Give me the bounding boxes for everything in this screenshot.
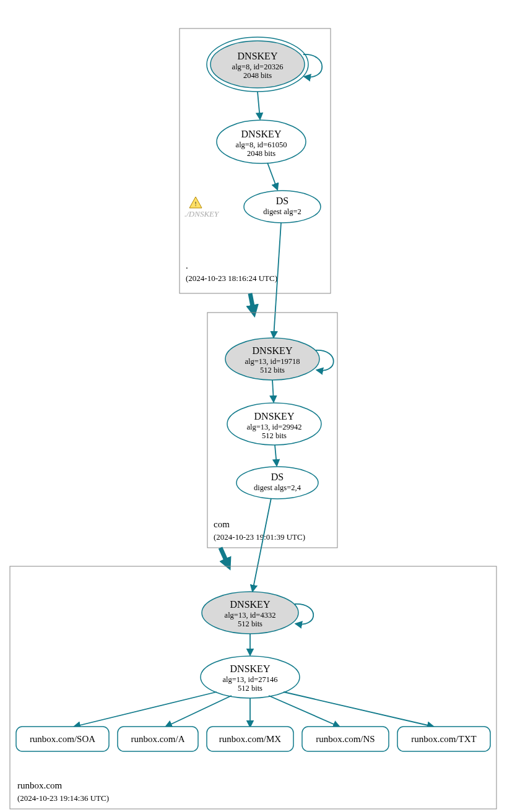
svg-text:512 bits: 512 bits <box>238 684 262 693</box>
svg-text:alg=13, id=19718: alg=13, id=19718 <box>245 357 300 366</box>
svg-text:alg=8, id=20326: alg=8, id=20326 <box>232 63 284 71</box>
node-root-dnskey-warn: ! ./DNSKEY <box>184 197 220 218</box>
svg-text:alg=13, id=29942: alg=13, id=29942 <box>246 423 301 431</box>
node-runbox-ksk: DNSKEY alg=13, id=4332 512 bits <box>202 592 298 634</box>
zone-root-timestamp: (2024-10-23 18:16:24 UTC) <box>186 274 277 283</box>
edge-com-ksk-zsk <box>272 380 274 402</box>
zone-com-timestamp: (2024-10-23 19:01:39 UTC) <box>214 532 305 542</box>
rrset-txt: runbox.com/TXT <box>397 727 490 751</box>
svg-text:runbox.com/TXT: runbox.com/TXT <box>411 734 476 744</box>
rrset-soa: runbox.com/SOA <box>16 727 109 751</box>
zone-root-name: . <box>186 261 188 270</box>
svg-text:DS: DS <box>271 472 284 482</box>
svg-text:2048 bits: 2048 bits <box>243 71 272 80</box>
svg-text:digest alg=2: digest alg=2 <box>263 207 301 216</box>
svg-text:512 bits: 512 bits <box>238 620 262 628</box>
svg-text:runbox.com/MX: runbox.com/MX <box>219 734 282 744</box>
edge-com-to-runbox-zone <box>220 548 228 566</box>
svg-text:alg=13, id=27146: alg=13, id=27146 <box>222 675 277 684</box>
svg-text:DNSKEY: DNSKEY <box>230 599 271 610</box>
edge-zsk-soa <box>74 692 217 727</box>
svg-text:./DNSKEY: ./DNSKEY <box>184 209 220 218</box>
edge-com-zsk-ds <box>275 445 277 465</box>
svg-text:DNSKEY: DNSKEY <box>254 411 295 421</box>
svg-text:DNSKEY: DNSKEY <box>253 345 293 356</box>
svg-text:512 bits: 512 bits <box>260 366 285 374</box>
svg-text:runbox.com/SOA: runbox.com/SOA <box>30 734 95 744</box>
svg-text:!: ! <box>194 200 197 207</box>
edge-root-ksk-zsk <box>258 92 260 119</box>
edge-zsk-a <box>166 696 232 727</box>
rrset-a: runbox.com/A <box>118 727 198 751</box>
rrset-mx: runbox.com/MX <box>207 727 293 751</box>
edge-com-ds-to-runbox-ksk <box>253 498 271 591</box>
node-root-ksk: DNSKEY alg=8, id=20326 2048 bits <box>207 37 308 92</box>
dnssec-diagram: . (2024-10-23 18:16:24 UTC) DNSKEY alg=8… <box>0 0 507 812</box>
svg-text:DNSKEY: DNSKEY <box>241 129 282 139</box>
svg-text:DS: DS <box>276 196 288 206</box>
svg-text:runbox.com/A: runbox.com/A <box>131 734 184 744</box>
edge-root-zsk-ds <box>267 163 277 189</box>
rrset-ns: runbox.com/NS <box>302 727 389 751</box>
svg-text:alg=13, id=4332: alg=13, id=4332 <box>225 611 276 620</box>
zone-com-name: com <box>214 519 230 529</box>
svg-text:runbox.com/NS: runbox.com/NS <box>316 734 375 744</box>
zone-runbox-timestamp: (2024-10-23 19:14:36 UTC) <box>17 793 109 803</box>
edge-root-to-com-zone <box>250 293 254 313</box>
node-root-zsk: DNSKEY alg=8, id=61050 2048 bits <box>217 120 306 163</box>
edge-zsk-ns <box>269 696 339 727</box>
node-com-zsk: DNSKEY alg=13, id=29942 512 bits <box>227 403 321 445</box>
svg-text:DNSKEY: DNSKEY <box>230 663 271 674</box>
svg-text:alg=8, id=61050: alg=8, id=61050 <box>236 140 287 149</box>
svg-text:digest algs=2,4: digest algs=2,4 <box>254 483 301 492</box>
svg-text:512 bits: 512 bits <box>262 431 287 440</box>
svg-text:2048 bits: 2048 bits <box>247 149 275 158</box>
node-root-ds: DS digest alg=2 <box>244 191 321 223</box>
edge-zsk-txt <box>284 692 433 727</box>
node-com-ds: DS digest algs=2,4 <box>236 467 318 499</box>
zone-runbox-name: runbox.com <box>17 780 62 790</box>
node-com-ksk: DNSKEY alg=13, id=19718 512 bits <box>225 338 319 380</box>
edge-root-ksk-self <box>303 54 322 77</box>
svg-text:DNSKEY: DNSKEY <box>238 51 278 61</box>
